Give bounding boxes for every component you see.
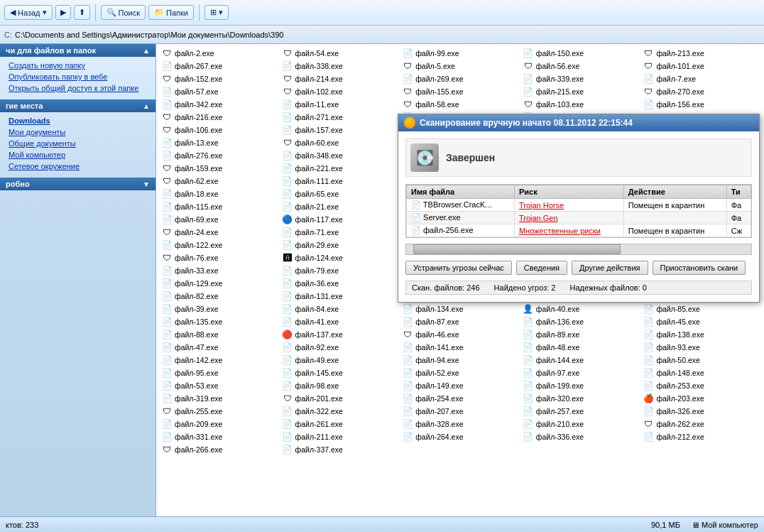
list-item[interactable]: 📄файл-207.exe [400,405,520,418]
list-item[interactable]: 🛡файл-255.exe [159,405,280,418]
list-item[interactable]: 📄файл-257.exe [520,405,641,418]
sidebar-places-header[interactable]: гие места ▲ [0,99,155,112]
list-item[interactable]: 📄файл-215.exe [520,85,641,98]
list-item[interactable]: 📄файл-136.exe [520,315,641,328]
list-item[interactable]: 🛡файл-155.exe [400,85,520,98]
list-item[interactable]: 📄файл-156.exe [640,98,761,111]
list-item[interactable]: 📄файл-261.exe [280,418,400,430]
list-item[interactable]: 📄файл-276.exe [159,149,280,162]
list-item[interactable]: 📄файл-211.exe [280,430,400,443]
av-details-button[interactable]: Сведения [516,261,567,275]
list-item[interactable]: 📄файл-82.exe [159,290,280,303]
table-row[interactable]: 📄 файл-256.exeМножественные рискиПомещен… [407,224,751,237]
list-item[interactable]: 📄файл-122.exe [159,239,280,251]
list-item[interactable]: 🛡файл-262.exe [640,418,761,430]
list-item[interactable]: 📄файл-79.exe [280,264,400,277]
list-item[interactable]: 🛡файл-152.exe [159,72,280,85]
list-item[interactable]: 🛡файл-24.exe [159,226,280,239]
list-item[interactable]: 🛡файл-56.exe [520,60,641,72]
list-item[interactable]: 📄файл-339.exe [520,72,641,85]
sidebar-link-shared-docs[interactable]: Общие документы [0,138,155,149]
list-item[interactable]: 📄файл-88.exe [159,328,280,341]
list-item[interactable]: 📄файл-210.exe [520,418,641,430]
av-horizontal-scrollbar[interactable] [405,244,752,255]
list-item[interactable]: 📄файл-129.exe [159,277,280,290]
addressbar-path[interactable]: C:\Documents and Settings\Администратор\… [15,31,283,39]
list-item[interactable]: 📄файл-144.exe [520,354,641,367]
list-item[interactable]: 📄файл-71.exe [280,226,400,239]
av-threats-scroll[interactable]: Имя файла Риск Действие Ти 📄 TBBrowser.C… [405,184,752,238]
list-item[interactable]: 📄файл-337.exe [280,443,400,456]
back-button[interactable]: ◀ Назад ▾ [4,5,53,20]
list-item[interactable]: 🛡файл-201.exe [280,392,400,405]
list-item[interactable]: 📄файл-328.exe [400,418,520,430]
list-item[interactable]: 📄файл-131.exe [280,290,400,303]
sidebar-link-my-docs[interactable]: Мои документы [0,126,155,138]
list-item[interactable]: 📄файл-99.exe [400,47,520,60]
list-item[interactable]: 📄файл-115.exe [159,200,280,213]
list-item[interactable]: 📄файл-212.exe [640,430,761,443]
list-item[interactable]: 📄файл-267.exe [159,60,280,72]
list-item[interactable]: 📄файл-322.exe [280,405,400,418]
list-item[interactable]: 🅰файл-124.exe [280,251,400,264]
list-item[interactable]: 📄файл-94.exe [400,354,520,367]
sidebar-link-new-folder[interactable]: Создать новую папку [0,60,155,71]
list-item[interactable]: 🛡файл-216.exe [159,111,280,124]
list-item[interactable]: 🛡файл-103.exe [520,98,641,111]
list-item[interactable]: 📄файл-111.exe [280,175,400,188]
list-item[interactable]: 📄файл-254.exe [400,392,520,405]
sidebar-link-share[interactable]: Открыть общий доступ к этой папке [0,82,155,94]
list-item[interactable]: 🛡файл-159.exe [159,162,280,175]
list-item[interactable]: 📄файл-271.exe [280,111,400,124]
list-item[interactable]: 📄файл-319.exe [159,392,280,405]
list-item[interactable]: 📄файл-29.exe [280,239,400,251]
list-item[interactable]: 📄файл-33.exe [159,264,280,277]
list-item[interactable]: 📄файл-48.exe [520,341,641,354]
list-item[interactable]: 🛡файл-46.exe [400,328,520,341]
list-item[interactable]: 📄файл-253.exe [640,379,761,392]
list-item[interactable]: 📄файл-320.exe [520,392,641,405]
sidebar-details-header[interactable]: робно ▼ [0,178,155,190]
list-item[interactable]: 📄файл-221.exe [280,162,400,175]
list-item[interactable]: 📄файл-49.exe [280,354,400,367]
sidebar-link-network[interactable]: Сетевое окружение [0,161,155,172]
list-item[interactable]: 👤файл-40.exe [520,303,641,315]
list-item[interactable]: 📄файл-98.exe [280,379,400,392]
list-item[interactable]: 📄файл-39.exe [159,303,280,315]
forward-button[interactable]: ▶ [55,5,71,20]
list-item[interactable]: 🛡файл-102.exe [280,85,400,98]
av-pause-button[interactable]: Приостановить скани [653,261,746,275]
list-item[interactable]: 📄файл-93.exe [640,341,761,354]
list-item[interactable]: 📄файл-336.exe [520,430,641,443]
list-item[interactable]: 🛡файл-76.exe [159,251,280,264]
list-item[interactable]: 📄файл-13.exe [159,136,280,149]
list-item[interactable]: 📄файл-69.exe [159,213,280,226]
list-item[interactable]: 🛡файл-5.exe [400,60,520,72]
list-item[interactable]: 📄файл-84.exe [280,303,400,315]
list-item[interactable]: 📄файл-142.exe [159,354,280,367]
list-item[interactable]: 🛡файл-58.exe [400,98,520,111]
list-item[interactable]: 🛡файл-101.exe [640,60,761,72]
list-item[interactable]: 🍎файл-203.exe [640,392,761,405]
up-button[interactable]: ⬆ [74,5,90,20]
list-item[interactable]: 📄файл-135.exe [159,315,280,328]
list-item[interactable]: 📄файл-92.exe [280,341,400,354]
list-item[interactable]: 🛡файл-214.exe [280,72,400,85]
list-item[interactable]: 📄файл-36.exe [280,277,400,290]
list-item[interactable]: 📄файл-138.exe [640,328,761,341]
list-item[interactable]: 📄файл-148.exe [640,367,761,379]
list-item[interactable]: 📄файл-134.exe [400,303,520,315]
list-item[interactable]: 📄файл-141.exe [400,341,520,354]
list-item[interactable]: 📄файл-150.exe [520,47,641,60]
list-item[interactable]: 🛡файл-62.exe [159,175,280,188]
sidebar-link-my-computer[interactable]: Мой компьютер [0,149,155,161]
list-item[interactable]: 📄файл-145.exe [280,367,400,379]
search-button[interactable]: 🔍 Поиск [101,5,146,20]
list-item[interactable]: 📄файл-331.exe [159,430,280,443]
list-item[interactable]: 📄файл-47.exe [159,341,280,354]
list-item[interactable]: 📄файл-53.exe [159,379,280,392]
list-item[interactable]: 🛡файл-270.exe [640,85,761,98]
list-item[interactable]: 📄файл-45.exe [640,315,761,328]
list-item[interactable]: 📄файл-199.exe [520,379,641,392]
list-item[interactable]: 📄файл-264.exe [400,430,520,443]
